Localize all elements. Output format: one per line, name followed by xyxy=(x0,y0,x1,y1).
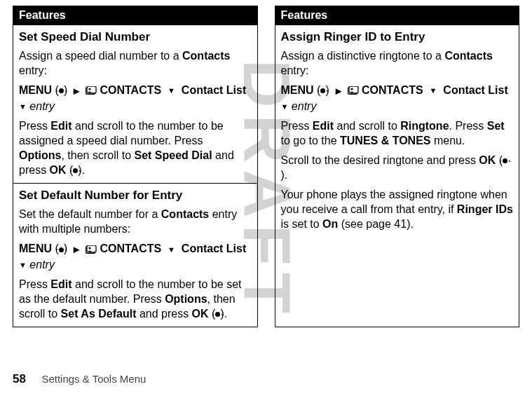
menu-label: MENU xyxy=(281,84,314,96)
svg-point-2 xyxy=(88,88,90,90)
ok-label: OK xyxy=(192,308,209,320)
right-sec1-p2: Press Edit and scroll to Ringtone. Press… xyxy=(281,118,514,148)
contacts-word: Contacts xyxy=(182,50,230,62)
down-arrow-icon: ▼ xyxy=(168,246,175,254)
text: to go to the xyxy=(281,135,341,146)
entry-placeholder: entry xyxy=(29,259,55,271)
content-columns: Features Set Speed Dial Number Assign a … xyxy=(13,6,519,327)
menu-label: MENU xyxy=(19,84,52,96)
text: entry: xyxy=(281,64,309,76)
contact-list-label: Contact List xyxy=(443,84,507,96)
right-sec1-menu-path: MENU () ▸ CONTACTS ▼ Contact List ▼ entr… xyxy=(281,83,514,113)
right-section-1: Assign Ringer ID to Entry Assign a disti… xyxy=(275,25,519,237)
center-key-icon xyxy=(59,247,64,252)
contacts-icon xyxy=(86,243,97,257)
contacts-label: CONTACTS xyxy=(100,84,161,96)
left-sec2-menu-path: MENU () ▸ CONTACTS ▼ Contact List ▼ entr… xyxy=(19,241,252,271)
text: Assign a distinctive ringtone to a xyxy=(281,50,445,62)
tunes-tones-label: TUNES & TONES xyxy=(340,135,431,146)
contacts-label: CONTACTS xyxy=(362,84,423,96)
text: , then scroll to xyxy=(61,149,134,161)
left-sec2-p1: Set the default number for a Contacts en… xyxy=(19,207,252,236)
contacts-word: Contacts xyxy=(444,50,492,62)
right-sec1-p3: Scroll to the desired ringtone and press… xyxy=(281,153,514,182)
text: Press xyxy=(19,120,50,132)
text: (see page 41). xyxy=(338,218,414,230)
left-column: Features Set Speed Dial Number Assign a … xyxy=(13,6,258,327)
svg-point-5 xyxy=(88,247,90,249)
contacts-icon xyxy=(348,83,359,98)
right-arrow-icon: ▸ xyxy=(336,86,341,97)
text: Press xyxy=(281,120,313,132)
contact-list-label: Contact List xyxy=(182,84,246,96)
center-key-icon xyxy=(73,168,78,173)
svg-rect-7 xyxy=(349,86,358,93)
page-footer: 58 Settings & Tools Menu xyxy=(13,372,146,386)
left-sec1-p2: Press Edit and scroll to the number to b… xyxy=(19,118,252,177)
left-sec1-title: Set Speed Dial Number xyxy=(19,30,252,44)
page-number: 58 xyxy=(13,372,26,385)
svg-rect-1 xyxy=(87,86,96,93)
edit-label: Edit xyxy=(50,278,71,290)
svg-point-8 xyxy=(350,88,353,90)
down-arrow-icon: ▼ xyxy=(168,87,175,95)
down-arrow-icon: ▼ xyxy=(19,103,27,111)
text: Press xyxy=(19,278,50,290)
set-speed-dial-label: Set Speed Dial xyxy=(134,149,212,161)
text: and scroll to xyxy=(334,120,400,132)
edit-label: Edit xyxy=(50,120,71,132)
text: Scroll to the desired ringtone and press xyxy=(281,154,479,166)
right-sec1-p4: Your phone plays the assigned ringtone w… xyxy=(281,187,514,231)
options-label: Options xyxy=(19,149,61,161)
svg-rect-4 xyxy=(87,245,96,252)
text: entry: xyxy=(19,64,47,76)
right-sec1-title: Assign Ringer ID to Entry xyxy=(281,30,514,44)
left-header: Features xyxy=(13,6,257,25)
left-section-1: Set Speed Dial Number Assign a speed dia… xyxy=(13,25,257,184)
left-sec2-p2: Press Edit and scroll to the number to b… xyxy=(19,277,252,321)
down-arrow-icon: ▼ xyxy=(19,261,27,269)
entry-placeholder: entry xyxy=(292,100,317,112)
text: Set the default number for a xyxy=(19,208,161,220)
down-arrow-icon: ▼ xyxy=(281,103,289,111)
ringtone-label: Ringtone xyxy=(400,120,449,132)
left-sec2-title: Set Default Number for Entry xyxy=(19,189,252,203)
left-sec1-menu-path: MENU () ▸ CONTACTS ▼ Contact List ▼ entr… xyxy=(19,83,252,113)
footer-title: Settings & Tools Menu xyxy=(41,373,146,385)
text: menu. xyxy=(431,135,465,146)
on-label: On xyxy=(322,218,338,230)
center-key-icon xyxy=(59,88,64,93)
text: and press xyxy=(136,308,191,320)
text: Assign a speed dial number to a xyxy=(19,50,182,62)
right-column: Features Assign Ringer ID to Entry Assig… xyxy=(275,6,520,327)
left-sec1-p1: Assign a speed dial number to a Contacts… xyxy=(19,48,252,78)
ok-label: OK xyxy=(50,164,67,176)
right-arrow-icon: ▸ xyxy=(74,86,79,97)
contacts-icon xyxy=(86,83,97,98)
contact-list-label: Contact List xyxy=(182,243,246,254)
ringer-ids-label: Ringer IDs xyxy=(457,203,513,215)
contacts-word: Contacts xyxy=(161,208,209,220)
center-key-icon xyxy=(503,158,507,163)
center-key-icon xyxy=(320,88,325,93)
text: ( xyxy=(496,154,503,166)
options-label: Options xyxy=(165,293,207,305)
menu-label: MENU xyxy=(19,243,52,254)
ok-label: OK xyxy=(479,154,496,166)
right-sec1-p1: Assign a distinctive ringtone to a Conta… xyxy=(281,48,514,78)
right-header: Features xyxy=(275,6,519,25)
right-arrow-icon: ▸ xyxy=(74,244,79,255)
set-label: Set xyxy=(487,120,505,132)
entry-placeholder: entry xyxy=(29,100,55,112)
text: is set to xyxy=(281,218,323,230)
edit-label: Edit xyxy=(313,120,334,132)
text: . Press xyxy=(449,120,487,132)
contacts-label: CONTACTS xyxy=(100,243,161,254)
left-section-2: Set Default Number for Entry Set the def… xyxy=(13,184,257,327)
set-as-default-label: Set As Default xyxy=(61,308,137,320)
center-key-icon xyxy=(215,312,220,317)
down-arrow-icon: ▼ xyxy=(430,87,437,95)
